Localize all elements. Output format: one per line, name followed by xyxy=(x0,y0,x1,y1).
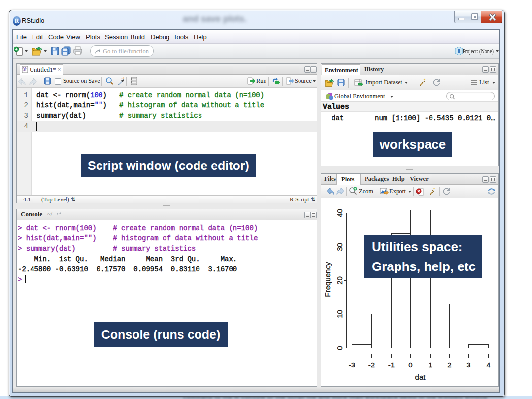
svg-text:0: 0 xyxy=(408,361,412,369)
svg-text:-3: -3 xyxy=(349,361,355,369)
svg-text:10: 10 xyxy=(335,310,344,318)
svg-text:1: 1 xyxy=(428,361,432,369)
svg-text:20: 20 xyxy=(335,276,344,285)
svg-text:0: 0 xyxy=(335,346,344,350)
svg-text:dat: dat xyxy=(415,373,426,381)
svg-text:2: 2 xyxy=(447,361,451,369)
svg-text:3: 3 xyxy=(466,361,470,369)
svg-text:-2: -2 xyxy=(368,361,375,369)
svg-text:30: 30 xyxy=(335,243,344,251)
svg-text:Frequency: Frequency xyxy=(325,262,332,297)
svg-text:40: 40 xyxy=(335,209,344,217)
svg-text:-1: -1 xyxy=(388,361,395,369)
svg-text:4: 4 xyxy=(486,361,490,369)
